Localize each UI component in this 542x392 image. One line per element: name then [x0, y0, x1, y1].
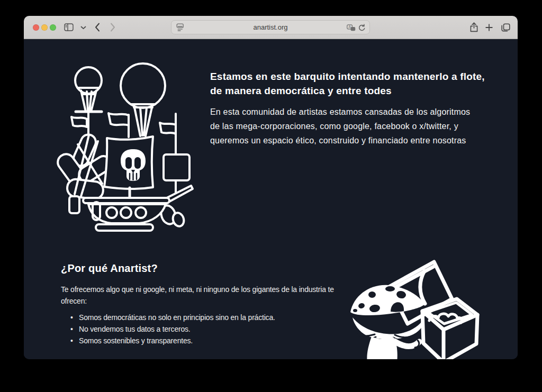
address-bar[interactable]: anartist.org A — [171, 20, 370, 34]
zoom-window-button[interactable] — [50, 24, 56, 31]
list-item: Somos democráticas no solo en principios… — [61, 312, 347, 323]
url-text: anartist.org — [171, 21, 369, 34]
chevron-down-icon — [80, 26, 86, 30]
tab-overview-icon — [501, 23, 510, 32]
forward-chevron-icon — [110, 23, 115, 32]
sidebar-panel-icon — [64, 23, 74, 31]
close-window-button[interactable] — [33, 24, 39, 31]
forward-button[interactable] — [110, 23, 115, 32]
hero-body: En esta comunidad de artistas estamos ca… — [210, 105, 491, 148]
sidebar-toggle-button[interactable] — [64, 23, 74, 31]
back-button[interactable] — [95, 23, 100, 32]
reload-icon — [358, 24, 366, 32]
share-button[interactable] — [470, 22, 478, 32]
why-intro: Te ofrecemos algo que ni google, ni meta… — [61, 284, 347, 307]
reload-button[interactable] — [358, 24, 366, 32]
browser-toolbar: anartist.org A — [24, 16, 518, 39]
tab-overview-button[interactable] — [501, 23, 510, 32]
hero-title: Estamos en este barquito intentando mant… — [210, 69, 491, 98]
list-item: Somos sostenibles y transparentes. — [61, 335, 347, 347]
sidebar-menu-chevron[interactable] — [80, 26, 86, 30]
why-bullet-list: Somos democráticas no solo en principios… — [61, 312, 347, 347]
list-item: No vendemos tus datos a terceros. — [61, 323, 347, 335]
back-chevron-icon — [95, 23, 100, 32]
pirate-ship-illustration — [56, 56, 204, 241]
translate-button[interactable]: A — [347, 24, 356, 31]
plus-icon — [485, 24, 493, 31]
why-title: ¿Por qué Anartist? — [61, 261, 347, 275]
why-section: ¿Por qué Anartist? Te ofrecemos algo que… — [61, 261, 347, 347]
browser-window: anartist.org A — [24, 16, 518, 359]
page-content: Estamos en este barquito intentando mant… — [24, 39, 518, 359]
translate-icon: A — [347, 24, 356, 31]
screenshot-stage: anartist.org A — [0, 0, 542, 392]
share-icon — [470, 22, 478, 32]
minimize-window-button[interactable] — [41, 24, 48, 31]
mushroom-treasure-illustration — [344, 257, 508, 359]
hero-section: Estamos en este barquito intentando mant… — [210, 69, 491, 148]
new-tab-button[interactable] — [485, 24, 493, 31]
